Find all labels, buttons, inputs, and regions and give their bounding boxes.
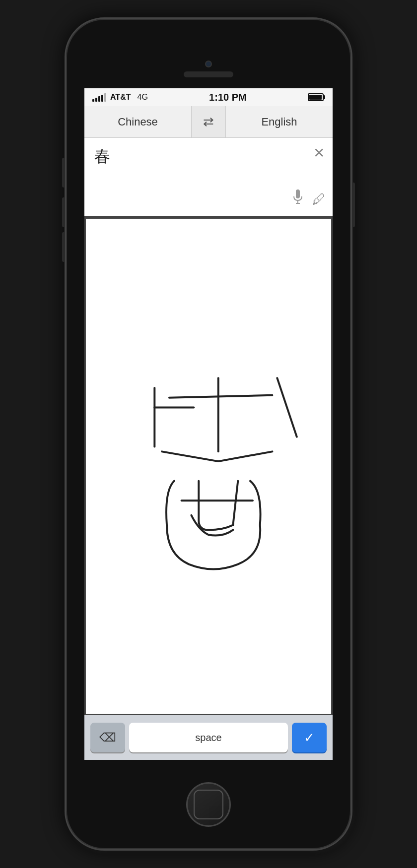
microphone-button[interactable] <box>292 189 304 209</box>
bar4 <box>101 95 103 102</box>
phone-bottom <box>66 760 351 849</box>
bar5 <box>104 93 106 102</box>
clock: 1:10 PM <box>209 92 247 103</box>
front-camera <box>205 61 212 67</box>
bar3 <box>98 96 100 102</box>
carrier-label: AT&T <box>110 93 131 102</box>
bar2 <box>95 98 97 102</box>
source-language-button[interactable]: Chinese <box>84 106 191 137</box>
signal-bars <box>92 93 106 102</box>
backspace-icon: ⌫ <box>99 731 116 744</box>
swap-languages-button[interactable]: ⇄ <box>191 106 226 137</box>
translator-header: Chinese ⇄ English <box>84 106 333 138</box>
clear-input-button[interactable]: ✕ <box>313 145 325 161</box>
phone-frame: AT&T 4G 1:10 PM Chinese ⇄ English 春 ✕ <box>65 17 352 851</box>
confirm-key[interactable]: ✓ <box>292 723 327 752</box>
swap-icon: ⇄ <box>203 114 214 129</box>
input-icons: 🖊 <box>292 189 326 209</box>
screen: Chinese ⇄ English 春 ✕ 🖊 <box>84 106 333 760</box>
phone-top <box>66 19 351 88</box>
input-area: 春 ✕ 🖊 <box>84 138 333 217</box>
battery-fill <box>309 95 322 100</box>
home-button-inner <box>194 790 223 819</box>
handwriting-svg <box>86 219 331 714</box>
backspace-key[interactable]: ⌫ <box>90 723 125 752</box>
speaker-grill <box>184 71 233 77</box>
battery-icon <box>308 93 324 101</box>
space-key[interactable]: space <box>129 723 288 752</box>
input-text: 春 <box>94 147 110 165</box>
drawing-canvas[interactable] <box>84 217 333 715</box>
confirm-icon: ✓ <box>304 730 315 745</box>
network-label: 4G <box>137 93 147 102</box>
handwriting-button[interactable]: 🖊 <box>312 191 326 207</box>
target-language-button[interactable]: English <box>226 106 333 137</box>
bar1 <box>92 99 94 102</box>
keyboard-bottom: ⌫ space ✓ <box>84 715 333 760</box>
svg-rect-0 <box>296 189 300 198</box>
home-button[interactable] <box>186 782 231 827</box>
battery-area <box>308 93 325 101</box>
signal-area: AT&T 4G <box>92 92 148 103</box>
status-bar: AT&T 4G 1:10 PM <box>84 88 333 106</box>
